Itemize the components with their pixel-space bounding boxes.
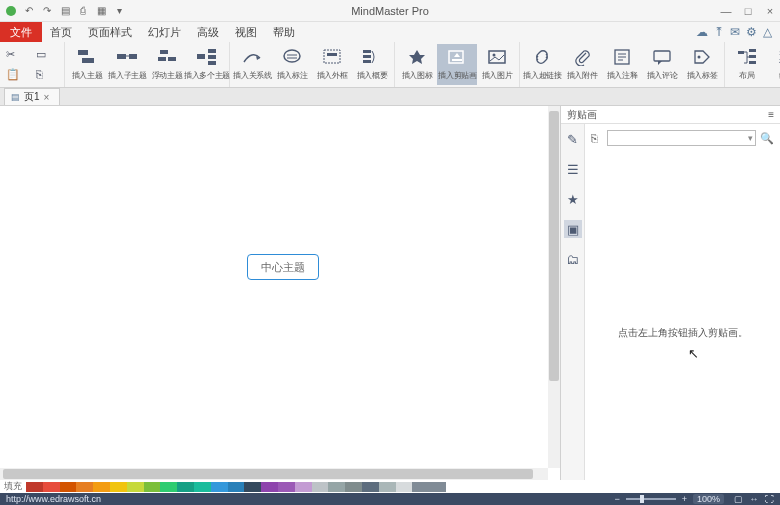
insert-icon-button[interactable]: 插入图标 xyxy=(397,44,437,85)
svg-rect-2 xyxy=(117,54,126,59)
panel-tab-outline[interactable]: ☰ xyxy=(564,160,582,178)
view-mode-buttons: ▢ ↔ ⛶ xyxy=(730,494,774,504)
print-button[interactable]: ⎙ xyxy=(76,4,90,18)
insert-boundary-button[interactable]: 插入外框 xyxy=(312,44,352,85)
insert-hyperlink-button[interactable]: 插入超链接 xyxy=(522,44,562,85)
svg-point-34 xyxy=(698,56,701,59)
menu-view[interactable]: 视图 xyxy=(227,22,265,42)
svg-rect-17 xyxy=(327,53,337,56)
svg-point-26 xyxy=(493,54,496,57)
svg-rect-7 xyxy=(168,57,176,61)
ribbon: ✂ 📋 ▭ ⎘ 插入主题 插入子主题 浮动主题 插入多个主题 插入关系线 插入标… xyxy=(0,42,780,88)
vertical-scrollbar[interactable] xyxy=(548,106,560,468)
menu-help[interactable]: 帮助 xyxy=(265,22,303,42)
settings-icon[interactable]: ⚙ xyxy=(746,25,757,39)
svg-rect-9 xyxy=(208,49,216,53)
panel-tab-icons[interactable]: ★ xyxy=(564,190,582,208)
insert-image-button[interactable]: 插入图片 xyxy=(477,44,517,85)
minimize-button[interactable]: — xyxy=(720,5,732,17)
horizontal-scrollbar[interactable] xyxy=(0,468,548,480)
svg-rect-11 xyxy=(208,61,216,65)
numbering-button[interactable]: 12编号 xyxy=(767,44,780,85)
close-button[interactable]: × xyxy=(764,5,776,17)
ribbon-clipboard: ✂ 📋 ▭ ⎘ xyxy=(0,42,65,87)
insert-multi-topic-button[interactable]: 插入多个主题 xyxy=(187,44,227,85)
cursor-icon: ↖ xyxy=(688,346,699,361)
insert-tag-button[interactable]: 插入标签 xyxy=(682,44,722,85)
svg-rect-18 xyxy=(363,50,371,53)
format-painter-button[interactable]: ⎘ xyxy=(36,68,58,80)
clipart-category-combo[interactable]: ▾ xyxy=(607,130,756,146)
insert-attachment-button[interactable]: 插入附件 xyxy=(562,44,602,85)
fit-width-icon[interactable]: ↔ xyxy=(749,494,758,504)
panel-hint: 点击左上角按钮插入剪贴画。 xyxy=(591,326,774,340)
insert-clipart-button[interactable]: 插入剪贴画 xyxy=(437,44,477,85)
insert-relation-button[interactable]: 插入关系线 xyxy=(232,44,272,85)
insert-subtopic-button[interactable]: 插入子主题 xyxy=(107,44,147,85)
panel-tab-task[interactable]: 🗂 xyxy=(564,250,582,268)
save-button[interactable]: ▤ xyxy=(58,4,72,18)
window-controls: — □ × xyxy=(720,5,776,17)
ribbon-topics: 插入主题 插入子主题 浮动主题 插入多个主题 xyxy=(65,42,230,87)
page-tab-1[interactable]: ▤ 页1 × xyxy=(4,88,60,105)
redo-button[interactable]: ↷ xyxy=(40,4,54,18)
mail-icon[interactable]: ✉ xyxy=(730,25,740,39)
canvas[interactable]: 中心主题 ↖ xyxy=(0,106,548,468)
svg-point-13 xyxy=(284,50,300,62)
fullscreen-icon[interactable]: ⛶ xyxy=(765,494,774,504)
search-icon[interactable]: 🔍 xyxy=(760,132,774,145)
filter-icon[interactable]: ⎘ xyxy=(591,132,603,144)
insert-note-button[interactable]: 插入注释 xyxy=(602,44,642,85)
menu-advanced[interactable]: 高级 xyxy=(189,22,227,42)
svg-rect-20 xyxy=(363,60,371,63)
menu-home[interactable]: 首页 xyxy=(42,22,80,42)
svg-rect-10 xyxy=(208,55,216,59)
menu-bar: 文件 首页 页面样式 幻灯片 高级 视图 帮助 ☁ ⤒ ✉ ⚙ △ xyxy=(0,22,780,42)
svg-rect-31 xyxy=(654,51,670,61)
svg-marker-33 xyxy=(695,51,709,63)
ribbon-attach: 插入超链接 插入附件 插入注释 插入评论 插入标签 xyxy=(520,42,725,87)
panel-menu-button[interactable]: ≡ xyxy=(768,109,774,120)
color-palette[interactable] xyxy=(26,482,446,492)
preview-button[interactable]: ▦ xyxy=(94,4,108,18)
svg-rect-35 xyxy=(738,51,744,54)
zoom-out-button[interactable]: − xyxy=(614,494,619,504)
panel-title: 剪贴画 xyxy=(567,108,597,122)
panel-tab-clipart[interactable]: ▣ xyxy=(564,220,582,238)
panel-tab-style[interactable]: ✎ xyxy=(564,130,582,148)
menu-slides[interactable]: 幻灯片 xyxy=(140,22,189,42)
svg-rect-3 xyxy=(129,54,137,59)
zoom-in-button[interactable]: + xyxy=(682,494,687,504)
undo-button[interactable]: ↶ xyxy=(22,4,36,18)
palette-label: 填充 xyxy=(0,480,26,493)
layout-button[interactable]: 布局 xyxy=(727,44,767,85)
copy-button[interactable]: ▭ xyxy=(36,49,58,61)
insert-topic-button[interactable]: 插入主题 xyxy=(67,44,107,85)
tab-close-button[interactable]: × xyxy=(44,92,50,103)
share-icon[interactable]: ⤒ xyxy=(714,25,724,39)
insert-callout-button[interactable]: 插入标注 xyxy=(272,44,312,85)
menu-right-icons: ☁ ⤒ ✉ ⚙ △ xyxy=(696,22,780,42)
fit-page-icon[interactable]: ▢ xyxy=(734,494,743,504)
qat-more-button[interactable]: ▾ xyxy=(112,4,126,18)
symbol-icon[interactable]: △ xyxy=(763,25,772,39)
cut-button[interactable]: ✂ xyxy=(6,49,28,61)
paste-button[interactable]: 📋 xyxy=(6,68,28,80)
cloud-icon[interactable]: ☁ xyxy=(696,25,708,39)
menu-page-style[interactable]: 页面样式 xyxy=(80,22,140,42)
insert-summary-button[interactable]: 插入概要 xyxy=(352,44,392,85)
zoom-percent[interactable]: 100% xyxy=(693,494,724,504)
central-topic-node[interactable]: 中心主题 xyxy=(247,254,319,280)
zoom-slider[interactable] xyxy=(626,498,676,500)
maximize-button[interactable]: □ xyxy=(742,5,754,17)
ribbon-media: 插入图标 插入剪贴画 插入图片 xyxy=(395,42,520,87)
svg-rect-6 xyxy=(158,57,166,61)
insert-comment-button[interactable]: 插入评论 xyxy=(642,44,682,85)
menu-file[interactable]: 文件 xyxy=(0,22,42,42)
svg-rect-5 xyxy=(160,50,168,54)
svg-rect-1 xyxy=(82,58,94,63)
floating-topic-button[interactable]: 浮动主题 xyxy=(147,44,187,85)
svg-rect-0 xyxy=(78,50,88,55)
svg-rect-38 xyxy=(749,61,756,64)
ribbon-layout: 布局 12编号 xyxy=(725,42,780,87)
